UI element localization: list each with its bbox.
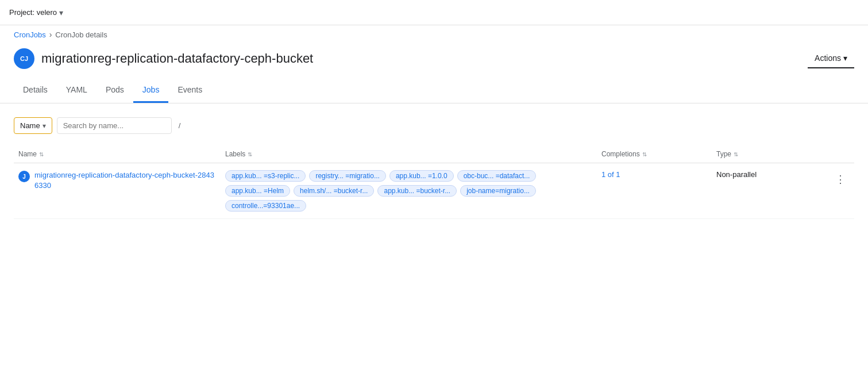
col-completions-label: Completions (601, 150, 640, 158)
search-slash: / (179, 121, 181, 130)
label-chip[interactable]: obc-buc... =datafact... (457, 170, 537, 182)
actions-label: Actions (815, 53, 841, 63)
col-header-labels: Labels ⇅ (221, 150, 597, 158)
label-chip[interactable]: controlle...=93301ae... (225, 200, 306, 212)
resource-badge: CJ (14, 48, 34, 69)
label-chip[interactable]: app.kub... =Helm (225, 185, 290, 197)
completions-link[interactable]: 1 of 1 (601, 170, 620, 179)
job-icon: J (18, 171, 30, 182)
project-label-text: Project: velero (9, 8, 57, 17)
filter-dropdown-label: Name (20, 121, 40, 130)
filter-bar: Name ▾ / (14, 117, 854, 134)
col-header-actions (827, 150, 854, 158)
label-chip[interactable]: job-name=migratio... (460, 185, 536, 197)
col-name-sort-icon[interactable]: ⇅ (39, 151, 44, 157)
row-more-button[interactable]: ⋮ (831, 170, 850, 189)
label-chip[interactable]: app.kub... =1.0.0 (389, 170, 454, 182)
table-row: Jmigrationreg-replication-datafactory-ce… (14, 163, 854, 219)
page-title-area: CJ migrationreg-replication-datafactory-… (14, 48, 313, 69)
actions-button[interactable]: Actions ▾ (808, 49, 854, 68)
top-bar: Project: velero ▾ (0, 0, 868, 25)
project-selector[interactable]: Project: velero ▾ (9, 8, 63, 17)
main-content: Name ▾ / Name ⇅ Labels ⇅ Completions ⇅ T… (0, 103, 868, 233)
col-completions-sort-icon[interactable]: ⇅ (642, 151, 647, 157)
col-header-type: Type ⇅ (712, 150, 827, 158)
tab-bar: DetailsYAMLPodsJobsEvents (0, 78, 868, 103)
col-labels-label: Labels (225, 150, 245, 158)
label-chip[interactable]: app.kub... =s3-replic... (225, 170, 306, 182)
tab-jobs[interactable]: Jobs (133, 78, 169, 103)
type-cell: Non-parallel (712, 170, 827, 179)
breadcrumb-current: CronJob details (55, 30, 107, 39)
job-name-link[interactable]: migrationreg-replication-datafactory-cep… (34, 170, 216, 191)
page-header: CJ migrationreg-replication-datafactory-… (0, 44, 868, 78)
tab-pods[interactable]: Pods (97, 78, 133, 103)
jobs-table: Name ⇅ Labels ⇅ Completions ⇅ Type ⇅ Jmi… (14, 145, 854, 219)
tab-details[interactable]: Details (14, 78, 57, 103)
breadcrumb-parent-link[interactable]: CronJobs (14, 30, 46, 39)
breadcrumb: CronJobs › CronJob details (0, 25, 868, 44)
breadcrumb-separator: › (49, 30, 52, 39)
table-header: Name ⇅ Labels ⇅ Completions ⇅ Type ⇅ (14, 145, 854, 163)
project-chevron-icon: ▾ (59, 8, 63, 17)
job-name-cell: Jmigrationreg-replication-datafactory-ce… (14, 170, 221, 191)
col-labels-sort-icon[interactable]: ⇅ (248, 151, 252, 157)
col-header-completions: Completions ⇅ (597, 150, 712, 158)
tab-events[interactable]: Events (168, 78, 211, 103)
col-header-name: Name ⇅ (14, 150, 221, 158)
completions-cell: 1 of 1 (597, 170, 712, 179)
label-chip[interactable]: helm.sh/... =bucket-r... (294, 185, 374, 197)
labels-cell: app.kub... =s3-replic...registry... =mig… (221, 170, 597, 212)
col-name-label: Name (18, 150, 37, 158)
tab-yaml[interactable]: YAML (57, 78, 97, 103)
col-type-label: Type (716, 150, 731, 158)
actions-chevron-icon: ▾ (843, 53, 847, 63)
label-chip[interactable]: registry... =migratio... (309, 170, 385, 182)
col-type-sort-icon[interactable]: ⇅ (734, 151, 738, 157)
table-body: Jmigrationreg-replication-datafactory-ce… (14, 163, 854, 219)
filter-chevron-icon: ▾ (43, 122, 46, 130)
row-actions-cell: ⋮ (827, 170, 854, 189)
search-input[interactable] (57, 117, 172, 134)
page-title: migrationreg-replication-datafactory-cep… (41, 51, 313, 66)
label-chip[interactable]: app.kub... =bucket-r... (377, 185, 457, 197)
filter-dropdown[interactable]: Name ▾ (14, 117, 52, 134)
